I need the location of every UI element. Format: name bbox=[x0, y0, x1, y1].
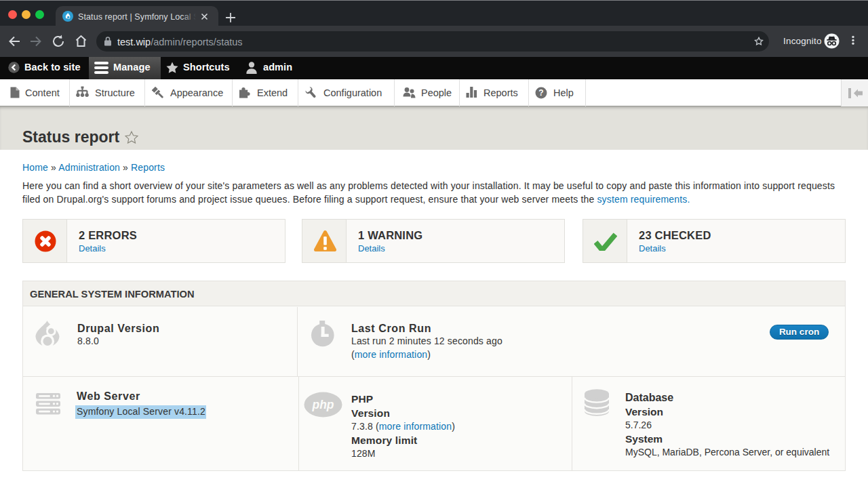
svg-text:php: php bbox=[311, 398, 334, 411]
svg-text:?: ? bbox=[538, 88, 543, 98]
